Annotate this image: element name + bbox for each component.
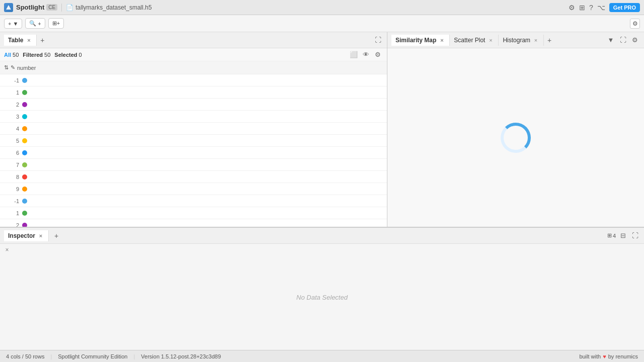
table-tab-close[interactable]: × <box>25 37 32 44</box>
scatter-plot-tab[interactable]: Scatter Plot × <box>450 35 499 46</box>
stats-right-icons: ⬜ 👁 ⚙ <box>349 50 383 60</box>
app-title: Spotlight <box>16 4 44 11</box>
filter-icon: ▼ <box>13 21 18 27</box>
inspector-right-icons: ⊞ 4 ⊟ ⛶ <box>607 231 640 241</box>
table-row[interactable]: 1 <box>0 207 387 219</box>
add-filter-button[interactable]: + ▼ <box>4 19 22 29</box>
inspector-add-tab[interactable]: + <box>51 230 62 241</box>
table-row[interactable]: 1 <box>0 86 387 99</box>
table-row[interactable]: 2 <box>0 99 387 111</box>
table-fullscreen-icon[interactable]: ⛶ <box>373 35 383 45</box>
title-separator <box>61 4 62 12</box>
add-icon: + <box>8 21 11 27</box>
github-icon[interactable]: ⌥ <box>597 4 605 12</box>
table-row[interactable]: 4 <box>0 123 387 135</box>
row-color-dot <box>22 211 27 216</box>
table-row[interactable]: 2 <box>0 219 387 227</box>
filtered-count: 50 <box>44 52 50 58</box>
all-stat: All 50 <box>4 52 19 58</box>
table-body[interactable]: -1 1 2 3 4 5 6 7 8 9 <box>0 74 387 227</box>
search-button[interactable]: 🔍 + <box>25 18 45 29</box>
table-tab[interactable]: Table × <box>4 35 37 46</box>
eye-icon[interactable]: 👁 <box>361 50 371 60</box>
table-row[interactable]: 3 <box>0 111 387 123</box>
row-number: 8 <box>4 174 19 180</box>
layout-icon[interactable]: ⊞ <box>579 4 585 12</box>
table-row[interactable]: 5 <box>0 135 387 147</box>
histogram-tab[interactable]: Histogram × <box>499 35 544 46</box>
spinner-ring <box>501 123 531 153</box>
built-with-text: built with <box>579 353 601 359</box>
edition-badge: CE <box>46 4 57 11</box>
table-row[interactable]: 8 <box>0 171 387 183</box>
search-icon: 🔍 <box>29 20 36 27</box>
row-color-dot <box>22 174 27 179</box>
right-tab-header: Similarity Map × Scatter Plot × Histogra… <box>387 32 644 48</box>
similarity-map-close[interactable]: × <box>438 37 445 44</box>
sort-icon[interactable]: ⇅ <box>4 64 9 71</box>
row-number: -1 <box>4 77 19 83</box>
table-tab-header: Table × + ⛶ <box>0 32 387 48</box>
main-content: Table × + ⛶ All 50 Filtered 50 Selected … <box>0 32 644 227</box>
statusbar: 4 cols / 50 rows | Spotlight Community E… <box>0 350 644 362</box>
filename: tallymarks_dataset_small.h5 <box>75 4 151 11</box>
table-row[interactable]: 7 <box>0 159 387 171</box>
inspector-fullscreen-icon[interactable]: ⛶ <box>630 231 640 241</box>
inspector-close-button[interactable]: × <box>3 246 11 254</box>
row-color-dot <box>22 150 27 155</box>
toolbar: + ▼ 🔍 + ⊞+ ⚙ <box>0 15 644 32</box>
filtered-label: Filtered <box>23 52 43 58</box>
viz-add-tab[interactable]: + <box>544 35 555 46</box>
row-number: 9 <box>4 186 19 192</box>
column-add-icon: ⊞+ <box>52 20 60 27</box>
all-label[interactable]: All <box>4 52 11 58</box>
grid-icon: ⊞ <box>607 232 612 239</box>
inspector-tab-header: Inspector × + ⊞ 4 ⊟ ⛶ <box>0 228 644 244</box>
stats-bar: All 50 Filtered 50 Selected 0 ⬜ 👁 ⚙ <box>0 48 387 61</box>
settings-icon[interactable]: ⚙ <box>569 4 575 12</box>
row-color-dot <box>22 126 27 131</box>
inspector-tab[interactable]: Inspector × <box>4 230 49 241</box>
inspector-layout-icon[interactable]: ⊟ <box>618 231 628 241</box>
column-header: ⇅ ✎ number <box>0 61 387 74</box>
inspector-grid-count[interactable]: ⊞ 4 <box>607 232 616 239</box>
table-row[interactable]: -1 <box>0 74 387 86</box>
add-column-button[interactable]: ⊞+ <box>48 18 64 29</box>
viz-expand-icon[interactable]: ⛶ <box>618 35 628 45</box>
viz-filter-icon[interactable]: ▼ <box>606 35 616 45</box>
histogram-label: Histogram <box>503 37 530 44</box>
selected-stat: Selected 0 <box>54 52 82 58</box>
cols-rows-info: 4 cols / 50 rows <box>6 353 44 359</box>
table-row[interactable]: 9 <box>0 183 387 195</box>
row-color-dot <box>22 90 27 95</box>
table-add-tab[interactable]: + <box>37 35 48 46</box>
statusbar-right: built with ♥ by renumics <box>579 353 638 359</box>
inspector-body: × No Data Selected <box>0 244 644 350</box>
table-settings-icon[interactable]: ⚙ <box>373 50 383 60</box>
scatter-plot-close[interactable]: × <box>487 37 494 44</box>
toolbar-settings-icon[interactable]: ⚙ <box>630 19 640 29</box>
similarity-map-tab[interactable]: Similarity Map × <box>391 35 450 46</box>
visualization-panel: Similarity Map × Scatter Plot × Histogra… <box>387 32 644 227</box>
table-row[interactable]: -1 <box>0 195 387 207</box>
app-logo <box>4 3 13 12</box>
column-name: number <box>17 65 36 71</box>
by-text: by renumics <box>608 353 638 359</box>
svg-marker-0 <box>6 5 11 10</box>
version-info: Version 1.5.12-post.28+23c3d89 <box>141 353 221 359</box>
table-tab-label: Table <box>8 37 23 44</box>
get-pro-button[interactable]: Get PRO <box>609 3 640 12</box>
all-count: 50 <box>13 52 19 58</box>
help-icon[interactable]: ? <box>589 4 593 12</box>
row-number: 5 <box>4 138 19 144</box>
row-color-dot <box>22 199 27 204</box>
histogram-close[interactable]: × <box>532 37 539 44</box>
export-icon[interactable]: ⬜ <box>349 50 359 60</box>
row-number: 1 <box>4 89 19 96</box>
filtered-stat: Filtered 50 <box>23 52 50 58</box>
inspector-tab-close[interactable]: × <box>37 232 44 239</box>
edition-info: Spotlight Community Edition <box>58 353 127 359</box>
viz-settings-icon[interactable]: ⚙ <box>630 35 640 45</box>
edit-icon[interactable]: ✎ <box>11 64 15 71</box>
table-row[interactable]: 6 <box>0 147 387 159</box>
